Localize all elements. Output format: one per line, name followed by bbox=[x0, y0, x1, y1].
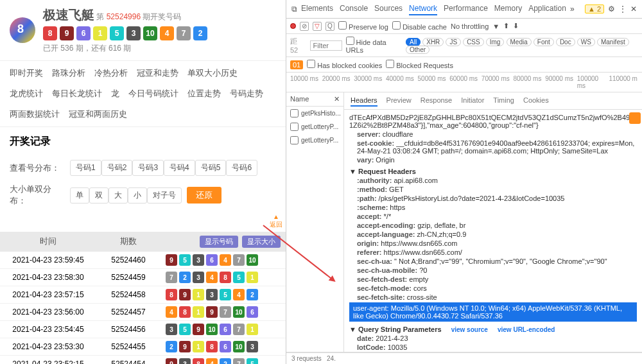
filter-option[interactable]: 号码4 bbox=[164, 160, 195, 176]
devtools-tab-application[interactable]: Application bbox=[528, 3, 566, 15]
nav-item[interactable]: 冠亚和走势 bbox=[137, 67, 178, 79]
user-agent-header[interactable]: user-agent: Mozilla/5.0 (Windows NT 10.0… bbox=[349, 302, 637, 322]
show-number-button[interactable]: 显示号码 bbox=[200, 236, 238, 248]
filter-pill-css[interactable]: CSS bbox=[463, 38, 484, 46]
filter-pill-img[interactable]: Img bbox=[486, 38, 505, 46]
devtools-tab-console[interactable]: Console bbox=[340, 3, 368, 15]
devtools-tab-memory[interactable]: Memory bbox=[494, 3, 522, 15]
filter-pill-ws[interactable]: WS bbox=[577, 38, 595, 46]
extension-badge[interactable] bbox=[629, 112, 641, 124]
warnings-badge[interactable]: ▲ 2 bbox=[585, 4, 604, 13]
nav-item[interactable]: 冠亚和两面历史 bbox=[69, 108, 127, 120]
blocked-requests-checkbox[interactable]: Blocked Requests bbox=[386, 60, 453, 69]
devtools-tab-performance[interactable]: Performance bbox=[444, 3, 488, 15]
filter-pill-manifest[interactable]: Manifest bbox=[597, 38, 629, 46]
preserve-log-checkbox[interactable]: Preserve log bbox=[338, 21, 388, 31]
result-table: 2021-04-23 23:59:4552524460953647102021-… bbox=[0, 252, 286, 364]
filter-icon[interactable]: ▽ bbox=[313, 22, 322, 31]
result-ball: 9 bbox=[179, 341, 191, 352]
nav-item[interactable]: 两面数据统计 bbox=[10, 108, 60, 120]
detail-tab-timing[interactable]: Timing bbox=[493, 95, 514, 107]
search-icon[interactable]: Q bbox=[325, 22, 334, 31]
filter-option[interactable]: 单 bbox=[70, 187, 89, 204]
filter-pill-doc[interactable]: Doc bbox=[556, 38, 575, 46]
detail-tab-preview[interactable]: Preview bbox=[386, 95, 412, 107]
nav-item[interactable]: 即时开奖 bbox=[10, 67, 43, 79]
filter-pill-js[interactable]: JS bbox=[446, 38, 461, 46]
table-header: 时间 期数 显示号码 显示大小 bbox=[0, 232, 286, 252]
reset-button[interactable]: 还原 bbox=[187, 187, 221, 204]
result-ball: 7 bbox=[233, 254, 245, 266]
devtools-tab-sources[interactable]: Sources bbox=[374, 3, 403, 15]
cell-result: 9384275 bbox=[160, 358, 286, 364]
filter-pill-xhr[interactable]: XHR bbox=[422, 38, 444, 46]
filter-option[interactable]: 双 bbox=[89, 187, 108, 204]
result-ball: 5 bbox=[247, 358, 258, 364]
result-ball: 5 bbox=[179, 324, 191, 335]
header-row: sec-fetch-dest: empty bbox=[357, 275, 637, 283]
blocked-cookies-checkbox[interactable]: Has blocked cookies bbox=[307, 60, 382, 69]
result-ball: 2 bbox=[247, 289, 258, 300]
detail-tab-cookies[interactable]: Cookies bbox=[523, 95, 549, 107]
filter-option[interactable]: 大 bbox=[108, 187, 128, 204]
filter-option[interactable]: 号码3 bbox=[132, 160, 164, 176]
show-size-button[interactable]: 显示大小 bbox=[242, 236, 281, 248]
download-icon[interactable]: ⬇ bbox=[513, 22, 519, 30]
hide-data-urls-checkbox[interactable]: Hide data URLs bbox=[346, 37, 402, 54]
settings-icon[interactable]: ⚙ bbox=[608, 4, 615, 13]
filter-option[interactable]: 号码5 bbox=[195, 160, 227, 176]
request-item[interactable]: getLotteryP... bbox=[286, 120, 343, 134]
close-icon[interactable]: ✕ bbox=[630, 4, 637, 13]
query-params-section[interactable]: ▼ Query String Parameters view source vi… bbox=[349, 325, 637, 333]
name-column[interactable]: Name bbox=[290, 95, 309, 103]
disable-cache-checkbox[interactable]: Disable cache bbox=[392, 21, 447, 31]
record-icon[interactable] bbox=[290, 23, 296, 29]
table-row: 2021-04-23 23:52:15525244549384275 bbox=[0, 356, 286, 364]
ball-8: 8 bbox=[43, 26, 57, 40]
more-tabs-icon[interactable]: » bbox=[570, 4, 575, 13]
filter-pill-other[interactable]: Other bbox=[406, 46, 429, 54]
request-item[interactable]: getLotteryP... bbox=[286, 134, 343, 147]
ball-10: 10 bbox=[143, 26, 157, 40]
nav-item[interactable]: 单双大小历史 bbox=[187, 67, 238, 79]
result-ball: 4 bbox=[166, 306, 177, 318]
nav-item[interactable]: 冷热分析 bbox=[94, 67, 128, 79]
nav-item[interactable]: 每日长龙统计 bbox=[52, 88, 102, 100]
nav-item[interactable]: 路珠分析 bbox=[52, 67, 85, 79]
detail-tab-initiator[interactable]: Initiator bbox=[461, 95, 484, 107]
nav-item[interactable]: 今日号码统计 bbox=[128, 88, 178, 100]
nav-item[interactable]: 龙虎统计 bbox=[10, 88, 43, 100]
nav-item[interactable]: 位置走势 bbox=[187, 88, 221, 100]
upload-icon[interactable]: ⬆ bbox=[503, 22, 509, 30]
request-headers-section[interactable]: ▼ Request Headers bbox=[349, 168, 637, 175]
filter-option[interactable]: 号码6 bbox=[226, 160, 257, 176]
nav-item[interactable]: 龙 bbox=[111, 88, 119, 100]
header-row: server: cloudflare bbox=[357, 130, 637, 138]
close-request-icon[interactable]: ✕ bbox=[334, 95, 340, 103]
filter-option[interactable]: 小 bbox=[128, 187, 147, 204]
filter-option[interactable]: 号码1 bbox=[70, 160, 101, 176]
timeline[interactable]: 10000 ms20000 ms30000 ms40000 ms50000 ms… bbox=[286, 73, 642, 92]
filter-pill-font[interactable]: Font bbox=[534, 38, 554, 46]
clear-icon[interactable]: ⊘ bbox=[300, 22, 309, 31]
menu-icon[interactable]: ⋮ bbox=[619, 4, 627, 13]
nav-item[interactable]: 号码走势 bbox=[230, 88, 263, 100]
request-item[interactable]: getPksHisto... bbox=[286, 107, 343, 120]
throttling-select[interactable]: No throttling bbox=[451, 22, 489, 30]
table-row: 2021-04-23 23:53:305252445529186103 bbox=[0, 338, 286, 356]
filter-option[interactable]: 对子号 bbox=[147, 187, 182, 204]
devtools-tab-elements[interactable]: Elements bbox=[301, 3, 333, 15]
header-row: :path: /pks/getPksHistoryList.do?date=20… bbox=[357, 195, 637, 202]
cell-issue: 52524455 bbox=[96, 342, 160, 351]
view-url-encoded-link[interactable]: view URL-encoded bbox=[498, 326, 555, 333]
toggle-device-icon[interactable]: ⧉ bbox=[291, 4, 297, 13]
filter-input[interactable] bbox=[310, 40, 342, 51]
view-source-link[interactable]: view source bbox=[451, 326, 488, 333]
filter-pill-media[interactable]: Media bbox=[507, 38, 532, 46]
devtools-tab-network[interactable]: Network bbox=[409, 3, 437, 15]
filter-pill-all[interactable]: All bbox=[406, 38, 421, 46]
filter-option[interactable]: 号码2 bbox=[101, 160, 133, 176]
detail-tab-response[interactable]: Response bbox=[421, 95, 453, 107]
back-link[interactable]: ▲返回 bbox=[266, 213, 286, 229]
detail-tab-headers[interactable]: Headers bbox=[351, 95, 377, 107]
